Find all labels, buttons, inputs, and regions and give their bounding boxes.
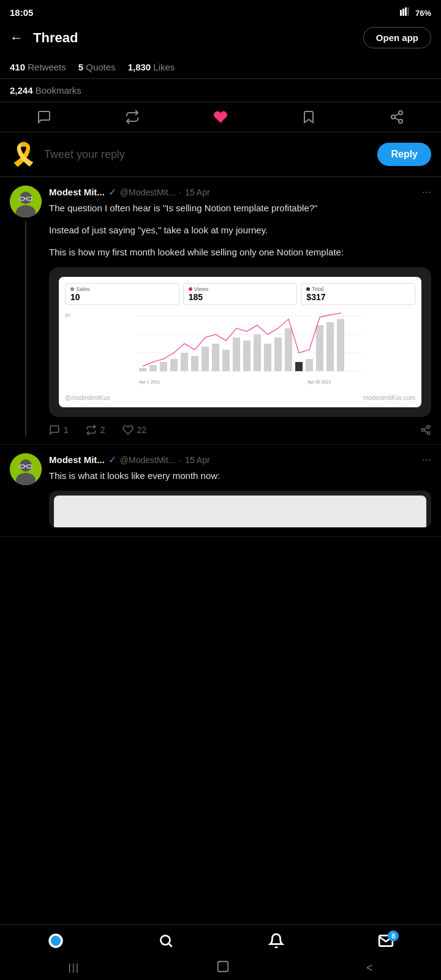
svg-rect-56 — [218, 961, 228, 971]
tweet-date-2: 15 Apr — [185, 455, 209, 465]
tweet-header-2: Modest Mit... ✓ @ModestMit... · 15 Apr ·… — [49, 453, 431, 466]
tweet-text-1b: Instead of just saying "yes," take a loo… — [49, 223, 431, 238]
svg-rect-32 — [274, 337, 282, 371]
tweet-item-2: Modest Mit... ✓ @ModestMit... · 15 Apr ·… — [0, 445, 441, 537]
nav-home[interactable] — [47, 932, 64, 949]
svg-line-44 — [424, 431, 427, 432]
svg-rect-20 — [149, 365, 157, 371]
chart-stat-total: Total $317 — [301, 283, 415, 305]
stats-row: 410 Retweets 5 Quotes 1,830 Likes — [0, 56, 441, 79]
chart-embed[interactable]: Sales 10 Views 185 Total $317 — [49, 267, 431, 417]
svg-point-54 — [161, 935, 170, 944]
chart-area: $0 — [65, 310, 415, 390]
nav-search[interactable] — [158, 933, 174, 949]
avatar-1[interactable] — [10, 186, 42, 217]
bookmark-action[interactable] — [301, 110, 316, 124]
svg-rect-25 — [202, 347, 209, 371]
retweets-stat[interactable]: 410 Retweets — [10, 62, 66, 72]
svg-rect-19 — [139, 368, 146, 371]
svg-rect-34 — [295, 362, 303, 371]
svg-rect-22 — [170, 359, 178, 371]
svg-line-55 — [169, 944, 172, 947]
svg-rect-35 — [306, 359, 313, 371]
svg-rect-31 — [264, 344, 271, 371]
svg-text:Apr 30 2021: Apr 30 2021 — [307, 380, 331, 385]
more-button-1[interactable]: ··· — [422, 186, 431, 198]
tweet-share-1[interactable] — [420, 424, 431, 435]
status-bar: 18:05 76% — [0, 0, 441, 22]
tweet-actions-1: 1 2 22 — [49, 424, 431, 435]
svg-line-7 — [395, 118, 399, 121]
svg-point-6 — [399, 119, 402, 123]
message-badge: 8 — [388, 930, 399, 941]
tweet-header-1: Modest Mit... ✓ @ModestMit... · 15 Apr ·… — [49, 186, 431, 198]
svg-rect-1 — [402, 9, 404, 16]
tweet-username-2[interactable]: Modest Mit... — [49, 454, 105, 465]
likes-stat[interactable]: 1,830 Likes — [128, 62, 175, 72]
tweet-text-1c: This is how my first month looked while … — [49, 245, 431, 260]
system-home-icon[interactable] — [216, 960, 230, 976]
tweet-retweet-1[interactable]: 2 — [86, 424, 105, 435]
like-action[interactable] — [213, 110, 228, 124]
more-button-2[interactable]: ··· — [422, 453, 431, 466]
nav-messages[interactable]: 8 — [378, 933, 394, 949]
tweet-text-1a: The question I often hear is "Is selling… — [49, 201, 431, 216]
svg-point-41 — [427, 426, 430, 429]
tweet-item-1: Modest Mit... ✓ @ModestMit... · 15 Apr ·… — [0, 177, 441, 445]
tweet-left-1 — [10, 186, 42, 435]
top-nav: ← Thread Open app — [0, 22, 441, 56]
tweet-right-1: Modest Mit... ✓ @ModestMit... · 15 Apr ·… — [49, 186, 431, 435]
svg-point-10 — [20, 192, 32, 204]
svg-rect-33 — [285, 328, 292, 371]
svg-point-42 — [421, 429, 424, 432]
system-back-icon[interactable]: < — [366, 962, 373, 974]
tweet-left-2 — [10, 453, 42, 527]
svg-rect-0 — [400, 10, 402, 16]
tweet-like-1[interactable]: 22 — [123, 424, 147, 435]
svg-text:Apr 1 2021: Apr 1 2021 — [139, 380, 160, 385]
avatar-2[interactable] — [10, 453, 42, 485]
nav-notifications[interactable] — [268, 933, 284, 949]
svg-rect-23 — [181, 353, 188, 371]
action-row — [0, 102, 441, 132]
verified-badge-1: ✓ — [108, 186, 116, 198]
reply-avatar: 🎗️ — [10, 141, 37, 168]
svg-rect-27 — [222, 350, 230, 371]
status-right: 76% — [400, 7, 431, 18]
system-menu-icon[interactable]: ||| — [69, 962, 80, 973]
svg-rect-26 — [212, 344, 219, 371]
svg-rect-3 — [407, 7, 409, 16]
comment-action[interactable] — [37, 110, 51, 124]
partial-image[interactable] — [49, 491, 431, 527]
page-title: Thread — [33, 30, 78, 46]
thread-line-1 — [25, 221, 26, 435]
svg-rect-21 — [160, 362, 167, 371]
system-nav: ||| < — [0, 956, 441, 980]
quotes-stat[interactable]: 5 Quotes — [78, 62, 116, 72]
reply-button[interactable]: Reply — [377, 143, 431, 166]
tweet-handle-2: @ModestMit... — [120, 455, 175, 465]
svg-point-4 — [399, 111, 402, 115]
tweet-username-1[interactable]: Modest Mit... — [49, 187, 105, 197]
svg-point-53 — [51, 936, 61, 946]
open-app-button[interactable]: Open app — [363, 27, 431, 48]
verified-badge-2: ✓ — [108, 454, 116, 466]
back-button[interactable]: ← — [10, 30, 23, 46]
svg-rect-29 — [243, 341, 251, 371]
reply-placeholder[interactable]: Tweet your reply — [44, 148, 370, 161]
svg-rect-28 — [233, 337, 240, 371]
retweet-action[interactable] — [125, 110, 140, 124]
chart-stat-sales: Sales 10 — [65, 283, 179, 305]
bookmarks-stat[interactable]: 2,244 Bookmarks — [10, 85, 431, 96]
svg-rect-38 — [337, 319, 344, 371]
tweet-handle-1: @ModestMit... — [120, 187, 175, 197]
status-time: 18:05 — [10, 7, 33, 18]
chart-preview: Sales 10 Views 185 Total $317 — [59, 277, 421, 407]
tweet-right-2: Modest Mit... ✓ @ModestMit... · 15 Apr ·… — [49, 453, 431, 527]
status-icons: 76% — [400, 7, 431, 18]
nav-left: ← Thread — [10, 30, 78, 46]
chart-stats-row: Sales 10 Views 185 Total $317 — [65, 283, 415, 305]
share-action[interactable] — [390, 110, 404, 124]
tweet-comment-1[interactable]: 1 — [49, 424, 69, 435]
bookmarks-row: 2,244 Bookmarks — [0, 79, 441, 102]
